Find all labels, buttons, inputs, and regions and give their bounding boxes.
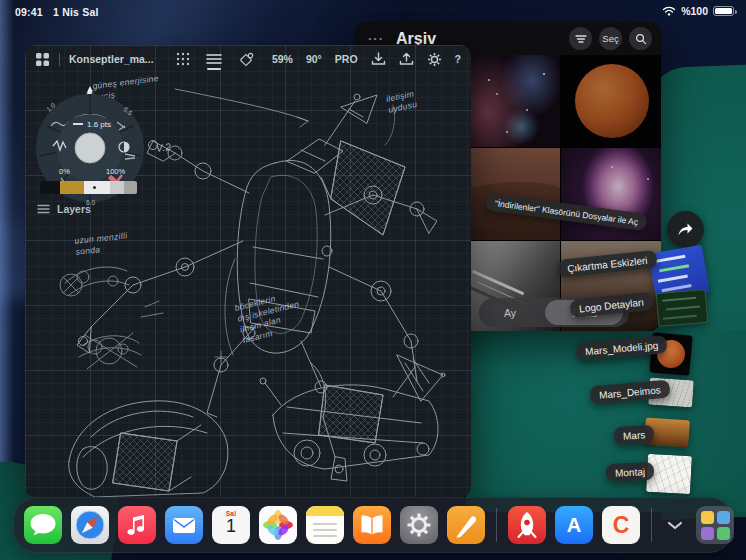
import-icon[interactable] [371, 52, 386, 66]
app-store-glyph: A [567, 514, 581, 537]
zoom-level[interactable]: 59% [272, 53, 293, 65]
notes-line [313, 529, 337, 531]
concepts-app-icon[interactable]: C [602, 506, 640, 544]
sort-button[interactable] [569, 27, 592, 50]
dock-divider [651, 508, 652, 542]
more-icon[interactable]: ··· [368, 31, 384, 46]
calendar-day: 1 [212, 516, 250, 537]
toolbar-divider [59, 53, 60, 66]
wifi-icon [662, 6, 676, 16]
lines-tool-icon[interactable] [206, 53, 222, 65]
search-icon [635, 33, 647, 45]
chevron-down-icon [667, 521, 683, 530]
opacity-max-label: 100% [106, 167, 126, 176]
concepts-toolbar: Konseptler_ma... 59% [25, 45, 471, 73]
dock: Sal 1 [13, 497, 733, 553]
photo-mars-surface[interactable] [458, 148, 560, 240]
dock-divider [496, 508, 497, 542]
notes-line [313, 523, 337, 525]
notes-line [313, 535, 337, 537]
tab-month[interactable]: Ay [479, 307, 541, 319]
document-title[interactable]: Konseptler_ma... [69, 53, 154, 65]
rocket-app-icon[interactable] [508, 506, 546, 544]
swatch-gray[interactable] [124, 181, 137, 194]
sort-lines-icon [575, 34, 587, 44]
music-app-icon[interactable] [118, 506, 156, 544]
layers-button[interactable]: Layers [37, 203, 91, 215]
status-bar: 09:41 1 Nis Sal %100 [0, 0, 746, 24]
opacity-min-label: 0% [59, 167, 70, 176]
annotation-version: V.2 [155, 140, 172, 155]
app-library-tile [717, 511, 730, 524]
search-button[interactable] [629, 27, 652, 50]
app-library-tile [701, 527, 714, 540]
battery-icon [713, 6, 734, 17]
swatch-white-selected[interactable] [84, 181, 110, 194]
help-button[interactable]: ? [455, 53, 461, 65]
swatch-lightgray[interactable] [110, 181, 124, 194]
ipad-screen: ··· Arşiv Seç Ay Tümü [0, 0, 746, 560]
photo-orion-nebula[interactable] [561, 148, 661, 240]
notes-app-icon[interactable] [306, 506, 344, 544]
swatch-black[interactable] [40, 181, 60, 194]
tab-all-selected[interactable]: Tümü [545, 300, 623, 325]
photo-mars-globe[interactable] [561, 55, 661, 147]
brush-size-label: 1.6 pts [87, 120, 111, 129]
photos-app-icon[interactable] [259, 506, 297, 544]
selection-tool-icon[interactable] [238, 52, 254, 67]
mail-app-icon[interactable] [165, 506, 203, 544]
photo-horsehead-nebula[interactable] [458, 55, 560, 147]
rotation-value[interactable]: 90° [306, 53, 322, 65]
concepts-window: Konseptler_ma... 59% [25, 45, 471, 497]
dock-collapse-chevron[interactable] [663, 521, 687, 530]
books-app-icon[interactable] [353, 506, 391, 544]
messages-app-icon[interactable] [24, 506, 62, 544]
swatch-gold[interactable] [60, 181, 84, 194]
select-button[interactable]: Seç [599, 27, 622, 50]
calendar-app-icon[interactable]: Sal 1 [212, 506, 250, 544]
layers-label: Layers [57, 203, 91, 215]
settings-gear-icon[interactable] [427, 52, 442, 67]
app-grid-icon[interactable] [35, 52, 50, 67]
app-library-tile [701, 511, 714, 524]
dot-grid-tool-icon[interactable] [176, 52, 190, 66]
layers-icon [37, 204, 50, 214]
desk-mat-lower [466, 330, 746, 512]
battery-percent: %100 [681, 5, 708, 17]
color-swatch-strip[interactable] [40, 181, 137, 194]
notes-yellow-band [306, 506, 344, 516]
app-library-tile [717, 527, 730, 540]
photos-view-tabs: Ay Tümü [479, 298, 629, 327]
drawing-app-icon[interactable] [447, 506, 485, 544]
safari-app-icon[interactable] [71, 506, 109, 544]
app-library-icon[interactable] [696, 506, 734, 544]
date: 1 Nis Sal [53, 6, 99, 18]
clock: 09:41 [15, 6, 43, 18]
pro-badge[interactable]: PRO [335, 53, 358, 65]
export-icon[interactable] [399, 52, 414, 66]
app-store-icon[interactable]: A [555, 506, 593, 544]
concepts-glyph: C [613, 512, 630, 539]
settings-app-icon[interactable] [400, 506, 438, 544]
